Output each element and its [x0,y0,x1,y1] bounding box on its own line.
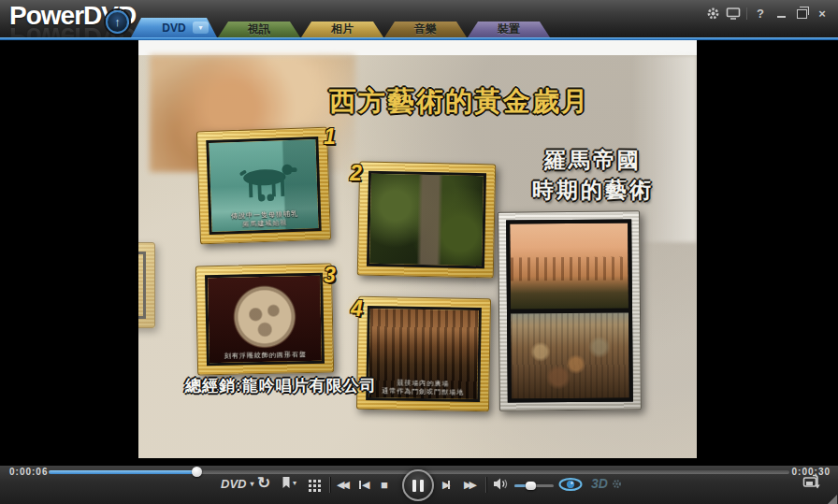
chapter-3-caption: 刻有浮雕紋飾的圓形石盤 [210,350,322,361]
fast-forward-icon: ▶▶ [464,480,474,490]
caret-down-icon: ▾ [250,480,253,488]
previous-button[interactable]: ◀ [359,480,367,490]
window-controls: ? × [702,5,832,22]
switch-display-button[interactable] [802,474,823,490]
minimize-button[interactable] [771,5,791,22]
colosseum-exterior-image [510,223,628,309]
gear-icon [612,479,622,489]
close-button[interactable]: × [812,5,832,22]
chapter-1-art-wolf-statue: 傳說中一隻母狼哺乳 羅馬建城始祖 [209,139,318,232]
caret-down-icon: ▾ [293,479,296,487]
dvd-menu-screen: 西方藝術的黃金歲月 羅馬帝國 時期的藝術 [138,40,697,458]
eye-icon [558,478,583,491]
source-select-label: DVD [221,477,246,491]
divider [329,477,330,493]
tab-dvd[interactable]: DVD ▼ [131,18,217,37]
pause-icon [412,480,416,492]
menu-subtitle: 羅馬帝國 時期的藝術 [509,145,677,205]
tab-dvd-label: DVD [162,22,185,35]
elapsed-time: 0:00:06 [9,467,48,477]
rewind-button[interactable]: ◀◀ [337,480,347,490]
chapter-4-art-colosseum-interior: 競技場內的廣場 通常作為鬥劍或鬥獸場地 [368,309,479,399]
restore-icon [797,9,807,19]
seek-thumb[interactable] [192,467,202,477]
chapter-3-number: 3 [324,263,336,288]
volume-slider[interactable] [514,484,554,487]
3d-label: 3D [591,476,608,491]
museum-frame [498,210,642,410]
tv-icon [726,7,741,21]
tab-music-label: 音樂 [414,22,437,37]
repeat-button[interactable]: ↻ [257,473,270,493]
chapter-1-number: 1 [324,124,336,150]
next-icon [448,481,450,489]
mute-button[interactable] [493,478,508,490]
resize-grip[interactable] [828,495,837,504]
tab-photo[interactable]: 相片 [301,22,383,37]
rewind-icon: ◀◀ [337,480,347,490]
chapter-2-art-statue [369,174,484,266]
menu-subtitle-line2: 時期的藝術 [509,175,677,205]
chapter-2-caption [369,261,482,264]
bookmark-button[interactable]: ▾ [282,476,296,489]
chapter-4-number: 4 [351,296,363,322]
chapter-thumbnail-3[interactable]: 刻有浮雕紋飾的圓形石盤 [195,263,334,375]
stop-icon: ■ [381,478,388,492]
menu-grid-button[interactable] [308,479,321,492]
tab-music[interactable]: 音樂 [384,22,467,37]
chapter-2-number: 2 [350,161,362,186]
minimize-icon [777,16,786,18]
chapter-3-art-medallion: 刻有浮雕紋飾的圓形石盤 [208,276,322,363]
tab-device-label: 裝置 [498,22,520,37]
stop-button[interactable]: ■ [381,478,388,492]
powerdvd-window: PowerDVD PowerDVD ↑ DVD ▼ 視訊 相片 音樂 裝置 [0,0,838,504]
tab-photo-label: 相片 [331,22,354,37]
next-button[interactable]: ▶ [442,480,450,490]
restore-button[interactable] [791,5,812,22]
help-button[interactable]: ? [750,5,771,22]
bookmark-icon [282,476,291,489]
loop-icon: ↻ [257,473,270,493]
display-switch-icon [802,474,823,490]
chapter-4-caption: 競技場內的廣場 通常作為鬥劍或鬥獸場地 [368,378,477,396]
pause-button[interactable] [402,469,434,501]
gear-icon [706,7,720,21]
previous-icon [359,481,361,489]
settings-button[interactable] [702,5,723,22]
titlebar: PowerDVD PowerDVD ↑ DVD ▼ 視訊 相片 音樂 裝置 [0,0,838,37]
battle-painting-image [511,312,629,398]
letterbox-strip [138,40,697,55]
cropped-frame-edge [138,242,155,328]
seek-progress [49,470,196,474]
arrow-up-icon: ↑ [114,15,121,29]
chapter-thumbnail-1[interactable]: 傳說中一隻母狼哺乳 羅馬建城始祖 [196,127,331,245]
upgrade-button[interactable]: ↑ [106,10,129,34]
3d-button[interactable]: 3D [591,476,622,491]
tab-bar: DVD ▼ 視訊 相片 音樂 裝置 [131,18,551,37]
fast-forward-button[interactable]: ▶▶ [464,480,474,490]
tab-video[interactable]: 視訊 [218,22,300,37]
chevron-down-icon[interactable]: ▼ [193,22,209,34]
wolf-silhouette [221,156,312,208]
chapter-thumbnail-2[interactable] [357,161,497,278]
divider [485,477,486,493]
menu-title: 西方藝術的黃金歲月 [329,83,628,121]
menu-subtitle-line1: 羅馬帝國 [509,145,677,175]
truetheater-button[interactable] [558,478,583,491]
tab-device[interactable]: 裝置 [468,22,550,37]
chapter-1-caption: 傳說中一隻母狼哺乳 羅馬建城始祖 [211,209,319,229]
video-area[interactable]: 西方藝術的黃金歲月 羅馬帝國 時期的藝術 [0,40,838,465]
divider [746,7,747,20]
volume-thumb[interactable] [526,482,536,490]
tv-mode-button[interactable] [723,5,744,22]
distributor-text: 總經銷:龍吟唱片有限公司 [185,375,377,396]
speaker-icon [493,478,508,490]
source-select-button[interactable]: DVD ▾ [221,477,253,491]
tab-video-label: 視訊 [248,22,270,37]
control-bar: 0:00:06 0:00:30 DVD ▾ ↻ ▾ ◀◀ ◀ ■ [0,465,838,504]
